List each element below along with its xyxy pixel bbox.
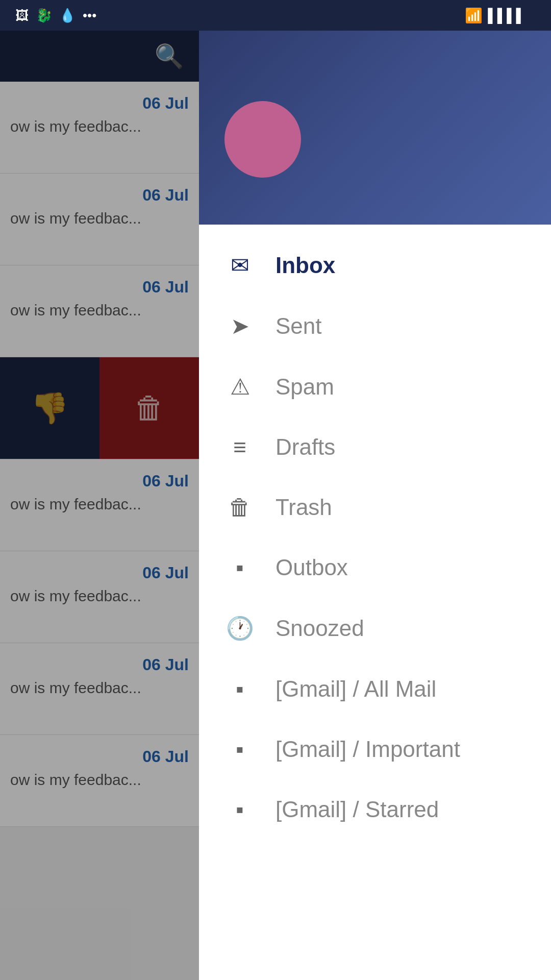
trash-icon: 🗑 <box>134 390 165 426</box>
signal-bars: ▌▌▌▌ <box>488 8 525 23</box>
sent-icon: ➤ <box>224 313 255 339</box>
sidebar-item-snoozed[interactable]: 🕐 Snoozed <box>199 598 551 659</box>
snoozed-icon: 🕐 <box>224 615 255 642</box>
email-swipe-actions: 👎 🗑 <box>0 357 199 459</box>
image-icon: 🖼 <box>15 8 29 23</box>
more-icon: ••• <box>83 8 96 23</box>
status-bar-right-info: 📶 ▌▌▌▌ <box>460 7 536 24</box>
email-date: 06 Jul <box>10 564 189 582</box>
email-list: 06 Jul ow is my feedbac... 06 Jul ow is … <box>0 82 199 827</box>
sidebar-item-gmail-starred[interactable]: ▪ [Gmail] / Starred <box>199 779 551 840</box>
sidebar-item-sent[interactable]: ➤ Sent <box>199 296 551 356</box>
trash-icon: 🗑 <box>224 495 255 520</box>
search-icon[interactable]: 🔍 <box>155 42 184 70</box>
sidebar-item-label-outbox: Outbox <box>276 555 348 580</box>
email-list-panel: 🔍 06 Jul ow is my feedbac... 06 Jul ow i… <box>0 31 199 980</box>
main-layout: 🔍 06 Jul ow is my feedbac... 06 Jul ow i… <box>0 31 551 980</box>
sidebar-item-label-drafts: Drafts <box>276 434 335 460</box>
drop-icon: 💧 <box>59 8 76 23</box>
spam-icon: ⚠ <box>224 374 255 400</box>
email-preview: ow is my feedbac... <box>10 587 189 605</box>
email-preview: ow is my feedbac... <box>10 679 189 697</box>
gmail-imp-icon: ▪ <box>224 737 255 762</box>
sidebar-item-spam[interactable]: ⚠ Spam <box>199 356 551 417</box>
email-list-item[interactable]: 06 Jul ow is my feedbac... <box>0 551 199 643</box>
sidebar-item-inbox[interactable]: ✉ Inbox <box>199 235 551 296</box>
outbox-icon: ▪ <box>224 555 255 580</box>
sidebar-item-label-gmail-all: [Gmail] / All Mail <box>276 676 436 702</box>
sidebar-item-gmail-imp[interactable]: ▪ [Gmail] / Important <box>199 719 551 779</box>
sidebar-item-label-trash: Trash <box>276 495 332 520</box>
sidebar-item-label-inbox: Inbox <box>276 253 335 278</box>
email-preview: ow is my feedbac... <box>10 118 189 135</box>
email-preview: ow is my feedbac... <box>10 771 189 789</box>
email-list-item[interactable]: 06 Jul ow is my feedbac... <box>0 459 199 551</box>
gmail-starred-icon: ▪ <box>224 797 255 822</box>
swipe-delete-button[interactable]: 🗑 <box>99 357 199 459</box>
email-date: 06 Jul <box>10 94 189 113</box>
sidebar-item-gmail-all[interactable]: ▪ [Gmail] / All Mail <box>199 659 551 719</box>
sidebar-item-drafts[interactable]: ≡ Drafts <box>199 417 551 477</box>
sidebar-item-label-snoozed: Snoozed <box>276 616 364 641</box>
nav-list: ✉ Inbox ➤ Sent ⚠ Spam ≡ Drafts 🗑 Trash ▪… <box>199 225 551 980</box>
sidebar-item-label-gmail-starred: [Gmail] / Starred <box>276 797 439 822</box>
email-preview: ow is my feedbac... <box>10 496 189 513</box>
sidebar-item-trash[interactable]: 🗑 Trash <box>199 477 551 537</box>
sidebar-item-label-gmail-imp: [Gmail] / Important <box>276 737 460 762</box>
email-date: 06 Jul <box>10 278 189 297</box>
sidebar-item-label-sent: Sent <box>276 313 322 339</box>
email-date: 06 Jul <box>10 655 189 674</box>
status-bar: 🖼 🐉 💧 ••• 📶 ▌▌▌▌ <box>0 0 551 31</box>
thumbs-down-icon: 👎 <box>31 390 69 426</box>
wifi-icon: 📶 <box>465 7 483 24</box>
email-preview: ow is my feedbac... <box>10 210 189 227</box>
email-date: 06 Jul <box>10 472 189 491</box>
inbox-icon: ✉ <box>224 252 255 278</box>
dragon-icon: 🐉 <box>36 8 52 23</box>
email-list-item[interactable]: 06 Jul ow is my feedbac... <box>0 643 199 735</box>
email-list-item[interactable]: 06 Jul ow is my feedbac... <box>0 265 199 357</box>
drawer-header <box>199 31 551 225</box>
user-avatar[interactable] <box>224 101 301 178</box>
email-list-item[interactable]: 06 Jul ow is my feedbac... <box>0 174 199 265</box>
swipe-spam-button[interactable]: 👎 <box>0 357 99 459</box>
sidebar-item-label-spam: Spam <box>276 374 334 400</box>
email-date: 06 Jul <box>10 186 189 205</box>
drafts-icon: ≡ <box>224 434 255 460</box>
email-list-item[interactable]: 06 Jul ow is my feedbac... <box>0 82 199 174</box>
navigation-drawer: ✉ Inbox ➤ Sent ⚠ Spam ≡ Drafts 🗑 Trash ▪… <box>199 31 551 980</box>
email-list-header: 🔍 <box>0 31 199 82</box>
email-preview: ow is my feedbac... <box>10 302 189 319</box>
status-bar-left-icons: 🖼 🐉 💧 ••• <box>15 8 96 23</box>
email-list-item[interactable]: 06 Jul ow is my feedbac... <box>0 735 199 827</box>
gmail-all-icon: ▪ <box>224 676 255 702</box>
sidebar-item-outbox[interactable]: ▪ Outbox <box>199 537 551 598</box>
email-date: 06 Jul <box>10 747 189 766</box>
